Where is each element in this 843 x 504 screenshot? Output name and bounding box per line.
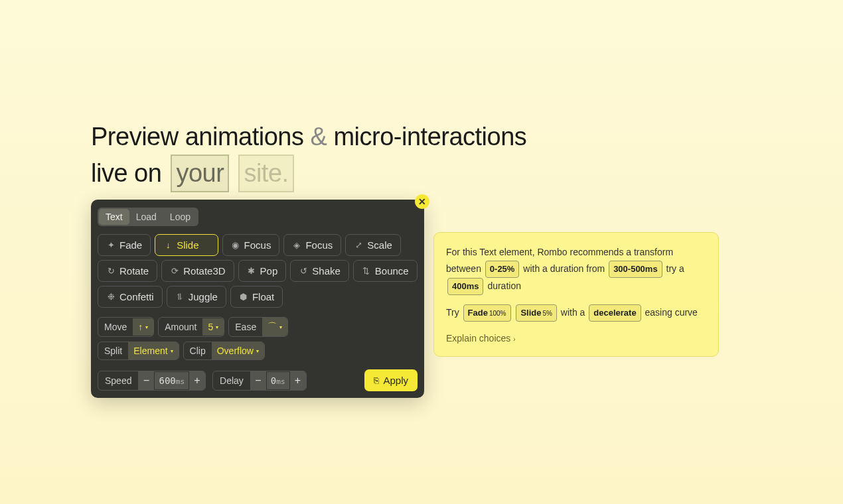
speed-value: 600ms xyxy=(155,372,189,389)
rec-line-2: Try Fade100% Slide5% with a decelerate e… xyxy=(446,304,706,322)
effect-label: Float xyxy=(252,291,274,302)
arrow-down-icon: ↓ xyxy=(163,240,173,250)
headline-part-3: live on xyxy=(91,159,161,187)
effect-label: Bounce xyxy=(375,265,409,277)
effect-label: Focus xyxy=(305,239,333,251)
headline: Preview animations & micro-interactions … xyxy=(91,119,526,192)
pill-duration-try[interactable]: 400ms xyxy=(447,278,483,295)
stepper-label: Delay xyxy=(213,372,250,389)
effect-label: Focus xyxy=(244,239,271,251)
apply-icon: ⎘ xyxy=(374,375,379,385)
pill-slide[interactable]: Slide5% xyxy=(516,304,557,322)
effect-rotate[interactable]: ↻ Rotate xyxy=(98,260,157,282)
control-value: 5▾ xyxy=(202,318,224,336)
control-value: Overflow▾ xyxy=(212,342,264,359)
animation-panel: ✕ Text Load Loop ✦ Fade ↓ Slide ◉ Focus … xyxy=(91,200,424,398)
effect-shake[interactable]: ↺ Shake xyxy=(290,260,349,282)
effect-fade[interactable]: ✦ Fade xyxy=(98,234,151,256)
ampersand: & xyxy=(311,123,327,151)
effect-label: Slide xyxy=(177,239,198,251)
rotate-icon: ↻ xyxy=(106,266,115,276)
rotate3d-icon: ⟳ xyxy=(170,266,179,276)
effect-focus-1[interactable]: ◉ Focus xyxy=(222,234,280,256)
highlight-your[interactable]: your xyxy=(171,155,229,192)
split-control[interactable]: Split Element▾ xyxy=(98,342,179,360)
effect-label: Confetti xyxy=(119,291,154,302)
headline-part-1: Preview animations xyxy=(91,123,303,151)
control-value: Element▾ xyxy=(128,342,178,359)
delay-decrement[interactable]: − xyxy=(250,371,266,390)
tab-text[interactable]: Text xyxy=(99,209,129,225)
control-label: Split xyxy=(98,342,128,359)
delay-value: 0ms xyxy=(267,372,289,389)
effects-grid: ✦ Fade ↓ Slide ◉ Focus ◈ Focus ⤢ Scale ↻… xyxy=(98,234,418,308)
effect-label: Scale xyxy=(367,239,392,251)
effect-label: Juggle xyxy=(189,291,218,302)
stepper-label: Speed xyxy=(98,372,138,389)
effect-slide[interactable]: ↓ Slide xyxy=(155,234,218,256)
effect-bounce[interactable]: ⇅ Bounce xyxy=(353,260,418,282)
chevron-right-icon: › xyxy=(513,336,515,343)
effect-pop[interactable]: ✱ Pop xyxy=(238,260,287,282)
diamond-icon: ◈ xyxy=(292,240,301,250)
expand-icon: ⤢ xyxy=(354,240,363,250)
close-button[interactable]: ✕ xyxy=(415,194,429,209)
apply-button[interactable]: ⎘ Apply xyxy=(364,369,418,391)
pill-decelerate[interactable]: decelerate xyxy=(589,304,641,322)
focus-icon: ◉ xyxy=(231,240,240,250)
pill-fade[interactable]: Fade100% xyxy=(463,304,511,322)
effect-label: Rotate3D xyxy=(183,265,225,277)
rec-line-1: For this Text element, Rombo recommends … xyxy=(446,245,706,295)
effect-label: Fade xyxy=(119,239,142,251)
sparkle-icon: ✦ xyxy=(106,240,115,250)
confetti-icon: ❉ xyxy=(106,292,115,302)
move-control[interactable]: Move ↑▾ xyxy=(98,317,154,337)
delay-increment[interactable]: + xyxy=(290,371,306,390)
tab-load[interactable]: Load xyxy=(129,209,163,225)
effect-scale[interactable]: ⤢ Scale xyxy=(345,234,401,256)
pill-duration-range[interactable]: 300-500ms xyxy=(609,261,662,278)
control-label: Move xyxy=(98,318,133,336)
explain-choices-link[interactable]: Explain choices› xyxy=(446,331,706,347)
control-label: Amount xyxy=(159,318,202,336)
effect-label: Rotate xyxy=(119,265,149,277)
headline-part-2: micro-interactions xyxy=(333,123,526,151)
amount-control[interactable]: Amount 5▾ xyxy=(158,317,224,337)
effect-label: Pop xyxy=(260,265,278,277)
recommendation-card: For this Text element, Rombo recommends … xyxy=(433,232,719,357)
control-value: ⌒▾ xyxy=(262,318,287,336)
clip-control[interactable]: Clip Overflow▾ xyxy=(183,342,265,360)
tab-loop[interactable]: Loop xyxy=(163,209,197,225)
effect-juggle[interactable]: ⥮ Juggle xyxy=(167,286,226,308)
speed-increment[interactable]: + xyxy=(189,371,205,390)
ease-control[interactable]: Ease ⌒▾ xyxy=(228,317,288,337)
hexagon-icon: ⬢ xyxy=(239,292,248,302)
pill-transform-range[interactable]: 0-25% xyxy=(485,261,520,278)
control-value: ↑▾ xyxy=(133,318,153,336)
close-icon: ✕ xyxy=(418,196,426,207)
control-label: Ease xyxy=(229,318,262,336)
effect-float[interactable]: ⬢ Float xyxy=(230,286,283,308)
speed-stepper: Speed − 600ms + xyxy=(98,371,206,391)
control-label: Clip xyxy=(184,342,212,359)
effect-label: Shake xyxy=(312,265,341,277)
apply-label: Apply xyxy=(383,375,408,386)
burst-icon: ✱ xyxy=(247,266,256,276)
speed-decrement[interactable]: − xyxy=(138,371,154,390)
bounce-icon: ⇅ xyxy=(362,266,371,276)
juggle-icon: ⥮ xyxy=(175,292,185,302)
shake-icon: ↺ xyxy=(299,266,308,276)
delay-stepper: Delay − 0ms + xyxy=(212,371,306,391)
effect-focus-2[interactable]: ◈ Focus xyxy=(283,234,341,256)
highlight-site[interactable]: site. xyxy=(238,155,293,192)
effect-rotate3d[interactable]: ⟳ Rotate3D xyxy=(161,260,234,282)
trigger-tabs: Text Load Loop xyxy=(98,208,198,226)
effect-confetti[interactable]: ❉ Confetti xyxy=(98,286,163,308)
